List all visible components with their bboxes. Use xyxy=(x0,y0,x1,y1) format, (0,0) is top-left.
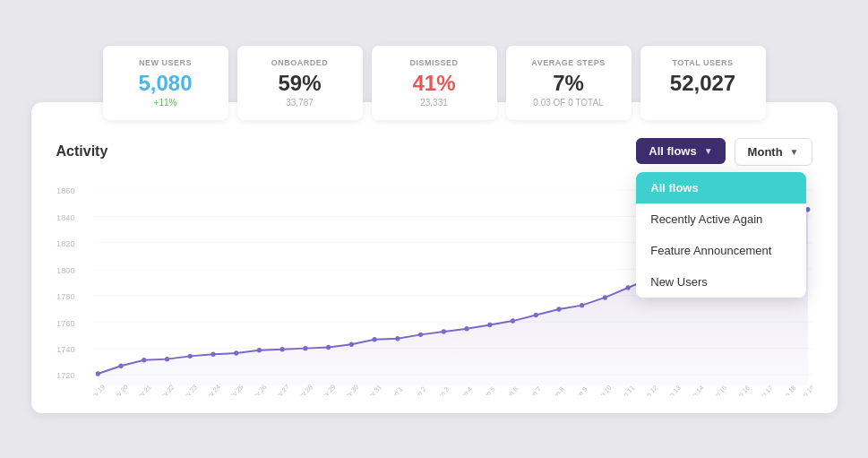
dropdown-item-feature-announcement[interactable]: Feature Announcement xyxy=(636,235,806,266)
data-point xyxy=(211,351,215,356)
chart-card: Activity All flows ▼ All flows Recently … xyxy=(31,102,838,413)
svg-text:Jun 3: Jun 3 xyxy=(434,385,451,395)
stat-sub-new-users: +11% xyxy=(123,98,209,108)
data-point xyxy=(487,322,492,326)
data-point xyxy=(142,358,146,362)
page-container: NEW USERS 5,080 +11% ONBOARDED 59% 33,78… xyxy=(31,46,838,413)
period-dropdown-button[interactable]: Month ▼ xyxy=(735,138,812,166)
data-point xyxy=(256,348,261,352)
data-point xyxy=(234,350,238,355)
data-point xyxy=(625,285,630,289)
data-point xyxy=(187,353,192,358)
flows-label: All flows xyxy=(649,144,696,158)
chevron-down-icon: ▼ xyxy=(704,146,713,156)
data-point xyxy=(533,312,537,316)
svg-text:1720: 1720 xyxy=(56,370,75,380)
svg-text:Jun 5: Jun 5 xyxy=(479,385,496,395)
stat-card-dismissed: DISMISSED 41% 23,331 xyxy=(372,46,497,120)
svg-text:Jun 1: Jun 1 xyxy=(387,385,404,395)
stat-value-average-steps: 7% xyxy=(526,73,612,94)
data-point xyxy=(395,336,400,341)
svg-text:Jun 9: Jun 9 xyxy=(572,385,589,395)
flows-dropdown-container: All flows ▼ All flows Recently Active Ag… xyxy=(636,138,725,166)
data-point xyxy=(510,318,514,323)
stat-value-new-users: 5,080 xyxy=(123,73,209,94)
period-label: Month xyxy=(748,145,783,159)
stat-sub-onboarded: 33,787 xyxy=(257,98,343,108)
dropdown-item-recently-active[interactable]: Recently Active Again xyxy=(636,203,806,235)
flows-dropdown-button[interactable]: All flows ▼ xyxy=(636,138,725,164)
stat-label-dismissed: DISMISSED xyxy=(391,58,477,67)
dropdown-item-all-flows[interactable]: All flows xyxy=(636,172,806,203)
svg-text:Jun 2: Jun 2 xyxy=(410,385,427,395)
stat-value-onboarded: 59% xyxy=(257,73,343,94)
stat-label-onboarded: ONBOARDED xyxy=(257,58,343,67)
stat-card-average-steps: AVERAGE STEPS 7% 0.03 OF 0 TOTAL xyxy=(506,46,632,120)
stat-sub-average-steps: 0.03 OF 0 TOTAL xyxy=(526,98,612,108)
data-point xyxy=(164,356,168,360)
data-point xyxy=(348,341,353,346)
chart-title: Activity xyxy=(56,143,108,160)
stat-value-dismissed: 41% xyxy=(391,73,477,94)
stats-row: NEW USERS 5,080 +11% ONBOARDED 59% 33,78… xyxy=(31,46,838,120)
stat-label-new-users: NEW USERS xyxy=(123,58,209,67)
data-point xyxy=(372,337,376,341)
svg-text:1800: 1800 xyxy=(56,264,75,274)
svg-text:Jun 4: Jun 4 xyxy=(457,385,474,395)
stat-label-total-users: TOTAL USERS xyxy=(660,58,746,67)
chevron-down-icon-period: ▼ xyxy=(790,147,799,157)
chart-header: Activity All flows ▼ All flows Recently … xyxy=(56,138,812,166)
stat-card-total-users: TOTAL USERS 52,027 xyxy=(640,46,766,120)
svg-text:Jun 8: Jun 8 xyxy=(548,385,565,395)
stat-card-onboarded: ONBOARDED 59% 33,787 xyxy=(237,46,363,120)
data-point xyxy=(417,332,422,336)
svg-text:1820: 1820 xyxy=(56,238,75,247)
svg-text:Jun 6: Jun 6 xyxy=(503,385,520,395)
data-point xyxy=(580,302,584,307)
flows-dropdown-menu: All flows Recently Active Again Feature … xyxy=(636,172,806,298)
stat-value-total-users: 52,027 xyxy=(660,73,746,94)
stat-card-new-users: NEW USERS 5,080 +11% xyxy=(103,46,228,120)
stat-label-average-steps: AVERAGE STEPS xyxy=(526,58,612,67)
data-point xyxy=(118,363,123,367)
dropdown-item-new-users[interactable]: New Users xyxy=(636,266,806,298)
data-point xyxy=(464,326,468,331)
svg-text:1760: 1760 xyxy=(56,317,75,327)
data-point xyxy=(95,371,99,376)
svg-text:1860: 1860 xyxy=(56,186,75,195)
data-point xyxy=(556,307,561,311)
stat-sub-dismissed: 23,331 xyxy=(391,98,477,108)
data-point xyxy=(441,329,445,333)
chart-controls: All flows ▼ All flows Recently Active Ag… xyxy=(636,138,812,166)
data-point xyxy=(303,345,307,350)
svg-text:1740: 1740 xyxy=(56,343,75,353)
svg-text:1840: 1840 xyxy=(56,212,75,221)
data-point xyxy=(602,295,606,299)
svg-text:1780: 1780 xyxy=(56,290,75,300)
svg-text:Jun 7: Jun 7 xyxy=(526,385,543,395)
data-point xyxy=(326,344,331,349)
data-point xyxy=(279,347,284,351)
